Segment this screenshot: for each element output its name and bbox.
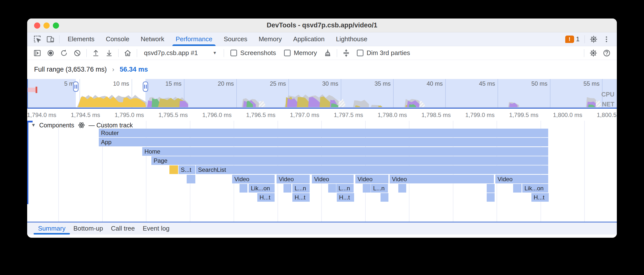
screenshots-label: Screenshots <box>240 49 276 57</box>
bottom-tab-call-tree[interactable]: Call tree <box>107 222 139 234</box>
inspect-element-icon[interactable] <box>32 34 42 44</box>
flame-bar[interactable] <box>284 184 292 192</box>
dim-3rd-parties-checkbox[interactable]: Dim 3rd parties <box>353 49 414 57</box>
flame-bar-video[interactable]: Video <box>232 175 274 184</box>
zoom-window-button[interactable] <box>53 22 59 29</box>
time-ruler: 1,794.0 ms1,794.5 ms1,795.0 ms1,795.5 ms… <box>27 108 617 121</box>
screenshots-checkbox[interactable]: Screenshots <box>226 49 280 57</box>
collapse-triangle-icon[interactable]: ▼ <box>31 122 36 128</box>
net-lane-label: NET <box>602 101 614 108</box>
selection-handle-right[interactable] <box>143 82 148 92</box>
flame-bar[interactable] <box>240 184 248 192</box>
cpu-net-separator <box>27 107 617 108</box>
timeline-overview[interactable]: 5 ms10 ms15 ms20 ms25 ms30 ms35 ms40 ms4… <box>27 79 617 108</box>
flame-bar-h-t[interactable]: H...t <box>257 193 274 202</box>
tab-network[interactable]: Network <box>135 32 170 46</box>
chevron-right-icon: › <box>112 66 114 73</box>
tab-memory[interactable]: Memory <box>253 32 288 46</box>
tab-strip: ElementsConsoleNetworkPerformanceSources… <box>62 32 373 46</box>
flame-bar[interactable] <box>487 184 494 192</box>
tab-elements[interactable]: Elements <box>62 32 100 46</box>
garbage-collect-icon[interactable] <box>322 48 333 58</box>
divider <box>59 35 60 43</box>
collapse-tracks-icon[interactable] <box>341 48 352 58</box>
cpu-activity-blob <box>338 99 345 107</box>
reload-record-icon[interactable] <box>58 48 70 58</box>
flame-bar-router[interactable]: Router <box>99 128 548 137</box>
flame-chart[interactable]: ▼ Components — Custom track RouterAppHom… <box>27 121 617 222</box>
long-task-tick <box>36 87 37 93</box>
flame-bar-lik-on[interactable]: Lik...on <box>522 184 548 192</box>
chevron-down-icon: ▼ <box>212 50 217 56</box>
memory-checkbox[interactable]: Memory <box>280 49 321 57</box>
settings-gear-icon[interactable] <box>589 34 598 44</box>
ruler-tick-label: 1,799.5 ms <box>494 112 538 118</box>
memory-label: Memory <box>294 49 317 57</box>
flame-bar-video[interactable]: Video <box>276 175 310 184</box>
capture-settings-gear-icon[interactable] <box>588 48 599 58</box>
ruler-tick-label: 1,795.0 ms <box>100 112 144 118</box>
flame-bar-l-n[interactable]: L...n <box>371 184 388 192</box>
flame-bar[interactable] <box>170 166 178 174</box>
divider <box>224 49 224 57</box>
bottom-tab-event-log[interactable]: Event log <box>139 222 173 234</box>
upload-profile-icon[interactable] <box>90 48 101 58</box>
selection-handle-left[interactable] <box>73 82 78 92</box>
flame-bar-video[interactable]: Video <box>355 175 388 184</box>
ruler-tick-label: 1,797.0 ms <box>275 112 319 118</box>
flame-bar[interactable] <box>187 175 195 184</box>
flame-bar-app[interactable]: App <box>99 138 548 146</box>
tab-sources[interactable]: Sources <box>218 32 253 46</box>
flame-gridline <box>58 121 59 222</box>
target-selector-value: qsvd7p.csb.app #1 <box>144 49 198 57</box>
flame-bar[interactable] <box>398 184 406 192</box>
issues-indicator[interactable]: ! 1 <box>565 35 580 43</box>
flame-bar[interactable] <box>363 184 371 192</box>
flame-bar-l-n[interactable]: L...n <box>292 184 310 192</box>
selected-range-crumb[interactable]: 56.34 ms <box>120 66 148 73</box>
tab-lighthouse[interactable]: Lighthouse <box>330 32 373 46</box>
flame-bar-l-n[interactable]: L...n <box>336 184 354 192</box>
tab-application[interactable]: Application <box>288 32 330 46</box>
bottom-tab-bottom-up[interactable]: Bottom-up <box>70 222 107 234</box>
components-track-header[interactable]: ▼ Components — Custom track <box>31 121 133 129</box>
flame-bar[interactable] <box>487 193 494 202</box>
divider <box>118 49 118 57</box>
flame-bar-h-t[interactable]: H...t <box>292 193 310 202</box>
flame-bar-page[interactable]: Page <box>151 156 548 165</box>
dim-3rd-parties-label: Dim 3rd parties <box>367 49 410 57</box>
track-suffix: — Custom track <box>89 122 133 129</box>
window-title: DevTools - qsvd7p.csb.app/video/1 <box>27 22 617 29</box>
flame-bar[interactable] <box>380 193 388 202</box>
flame-bar[interactable] <box>513 184 522 192</box>
flame-bar-home[interactable]: Home <box>142 147 548 156</box>
ruler-tick-label: 1,794.5 ms <box>56 112 100 118</box>
flame-bar-s-t[interactable]: S...t <box>178 166 195 174</box>
flame-bar-lik-on[interactable]: Lik...on <box>249 184 274 192</box>
flame-bar-video[interactable]: Video <box>312 175 354 184</box>
flame-bar-video[interactable]: Video <box>390 175 494 184</box>
device-toolbar-icon[interactable] <box>46 34 55 44</box>
target-selector[interactable]: qsvd7p.csb.app #1 ▼ <box>140 49 221 57</box>
issues-badge-icon: ! <box>565 36 574 43</box>
bottom-tab-summary[interactable]: Summary <box>34 222 70 234</box>
clear-icon[interactable] <box>72 48 83 58</box>
close-window-button[interactable] <box>34 22 40 29</box>
flame-bar-h-t[interactable]: H...t <box>532 193 549 202</box>
kebab-menu-icon[interactable] <box>602 34 612 44</box>
cpu-activity-blob <box>596 100 601 107</box>
tab-performance[interactable]: Performance <box>170 32 218 46</box>
full-range-crumb[interactable]: Full range (3,653.76 ms) <box>34 66 107 73</box>
home-icon[interactable] <box>122 48 133 58</box>
flame-bar-video[interactable]: Video <box>495 175 548 184</box>
minimize-window-button[interactable] <box>44 22 50 29</box>
tab-console[interactable]: Console <box>100 32 135 46</box>
help-icon[interactable] <box>601 48 612 58</box>
flame-bar-searchlist[interactable]: SearchList <box>196 166 548 174</box>
toggle-sidebar-icon[interactable] <box>32 48 43 58</box>
flame-bar[interactable] <box>328 184 336 192</box>
flame-bar-h-t[interactable]: H...t <box>337 193 354 202</box>
record-icon[interactable] <box>45 48 56 58</box>
download-profile-icon[interactable] <box>104 48 114 58</box>
ruler-tick-label: 1,795.5 ms <box>144 112 188 118</box>
